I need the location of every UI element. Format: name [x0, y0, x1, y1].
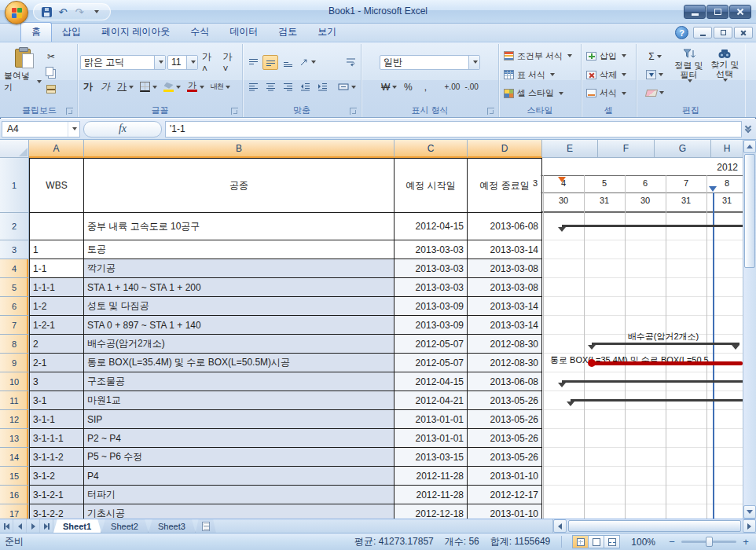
cell-A1[interactable]: WBS	[29, 158, 84, 213]
row-header-6[interactable]: 6	[0, 297, 29, 316]
last-sheet-button[interactable]	[40, 519, 53, 533]
cell-A17[interactable]: 3-1-2-2	[29, 504, 84, 519]
cell-D5[interactable]: 2013-03-08	[468, 278, 542, 297]
cell-D17[interactable]: 2013-01-10	[468, 504, 542, 519]
underline-button[interactable]: 가	[115, 79, 136, 94]
cell-A11[interactable]: 3-1	[29, 391, 84, 410]
chevron-down-icon[interactable]	[468, 56, 479, 69]
row-header-12[interactable]: 12	[0, 410, 29, 429]
zoom-in-button[interactable]: +	[740, 537, 751, 548]
tab-insert[interactable]: 삽입	[52, 23, 91, 42]
align-center-button[interactable]	[262, 79, 278, 94]
orientation-button[interactable]	[297, 55, 318, 70]
maximize-button[interactable]	[706, 5, 728, 19]
first-sheet-button[interactable]	[0, 519, 13, 533]
percent-format-button[interactable]: %	[400, 79, 416, 94]
tab-data[interactable]: 데이터	[219, 23, 268, 42]
gantt-row-cells[interactable]	[542, 335, 743, 354]
cell-D10[interactable]: 2013-06-08	[468, 372, 542, 391]
workbook-minimize-button[interactable]	[693, 27, 712, 38]
copy-button[interactable]	[43, 65, 59, 80]
select-all-button[interactable]	[0, 140, 29, 158]
gantt-row-cells[interactable]	[542, 391, 743, 410]
chevron-down-icon[interactable]	[154, 56, 165, 69]
gantt-row-cells[interactable]	[542, 448, 743, 467]
sort-filter-button[interactable]: 정렬 및 필터	[671, 46, 707, 104]
row-header-13[interactable]: 13	[0, 429, 29, 448]
row-header-1[interactable]: 1	[0, 158, 29, 213]
clear-button[interactable]	[639, 86, 671, 101]
scroll-up-button[interactable]	[743, 140, 756, 153]
cell-A5[interactable]: 1-1-1	[29, 278, 84, 297]
align-bottom-button[interactable]	[280, 55, 295, 70]
comma-format-button[interactable]: ,	[417, 79, 433, 94]
gantt-row-cells[interactable]	[542, 467, 743, 486]
cell-C6[interactable]: 2013-03-09	[395, 297, 468, 316]
undo-button[interactable]: ↶	[56, 5, 70, 19]
cell-B5[interactable]: STA 1 + 140 ~ STA 1 + 200	[84, 278, 395, 297]
conditional-formatting-button[interactable]: 조건부 서식	[501, 48, 578, 64]
cell-A4[interactable]: 1-1	[29, 259, 84, 278]
scroll-left-button[interactable]	[553, 519, 567, 533]
horizontal-scroll-thumb[interactable]	[568, 520, 741, 532]
cell-B3[interactable]: 토공	[84, 240, 395, 259]
column-header-E[interactable]: E	[542, 140, 598, 158]
gantt-row-cells[interactable]	[542, 278, 743, 297]
cell-D11[interactable]: 2013-05-26	[468, 391, 542, 410]
cell-D6[interactable]: 2013-03-14	[468, 297, 542, 316]
format-cells-button[interactable]: 서식	[584, 85, 633, 101]
cell-C13[interactable]: 2013-01-01	[395, 429, 468, 448]
row-header-7[interactable]: 7	[0, 316, 29, 335]
scroll-down-button[interactable]	[743, 505, 756, 519]
cell-C16[interactable]: 2012-11-28	[395, 486, 468, 504]
increase-decimal-button[interactable]: +.00	[442, 79, 461, 94]
merge-center-button[interactable]	[336, 79, 358, 94]
dialog-launcher-icon[interactable]	[231, 108, 238, 115]
cell-D1[interactable]: 예정 종료일	[468, 158, 542, 213]
cell-B8[interactable]: 배수공(암거2개소)	[84, 335, 395, 354]
row-header-16[interactable]: 16	[0, 486, 29, 504]
cell-C8[interactable]: 2012-05-07	[395, 335, 468, 354]
page-break-view-button[interactable]	[604, 535, 620, 548]
tab-review[interactable]: 검토	[268, 23, 307, 42]
formula-input[interactable]: '1-1	[165, 121, 742, 138]
cell-A12[interactable]: 3-1-1	[29, 410, 84, 429]
column-header-C[interactable]: C	[395, 140, 468, 158]
zoom-level[interactable]: 100%	[631, 537, 655, 548]
column-header-H[interactable]: H	[711, 140, 743, 158]
font-name-combo[interactable]: 맑은 고딕	[80, 55, 166, 70]
align-middle-button[interactable]	[262, 55, 278, 70]
bold-button[interactable]: 가	[80, 79, 96, 94]
cell-B17[interactable]: 기초시공	[84, 504, 395, 519]
cell-B7[interactable]: STA 0 + 897 ~ STA 1 + 140	[84, 316, 395, 335]
cell-D12[interactable]: 2013-05-26	[468, 410, 542, 429]
cell-C12[interactable]: 2013-01-01	[395, 410, 468, 429]
shrink-font-button[interactable]: 가˅	[221, 55, 240, 70]
cell-C5[interactable]: 2013-03-03	[395, 278, 468, 297]
find-select-button[interactable]: 찾기 및 선택	[706, 46, 743, 104]
cell-D14[interactable]: 2013-05-26	[468, 448, 542, 467]
font-size-combo[interactable]: 11	[167, 55, 198, 70]
cell-B14[interactable]: P5 ~ P6 수정	[84, 448, 395, 467]
tab-view[interactable]: 보기	[307, 23, 347, 42]
save-button[interactable]	[39, 5, 53, 19]
gantt-row-cells[interactable]	[542, 504, 743, 519]
cell-B15[interactable]: P4	[84, 467, 395, 486]
fill-color-button[interactable]	[161, 79, 183, 94]
cell-C2[interactable]: 2012-04-15	[395, 213, 468, 240]
delete-cells-button[interactable]: 삭제	[584, 67, 633, 83]
paste-button[interactable]: 붙여넣기	[4, 46, 42, 104]
cell-D9[interactable]: 2012-08-30	[468, 354, 542, 372]
row-header-15[interactable]: 15	[0, 467, 29, 486]
previous-sheet-button[interactable]	[13, 519, 27, 533]
row-header-9[interactable]: 9	[0, 354, 29, 372]
row-header-17[interactable]: 17	[0, 504, 29, 519]
horizontal-scrollbar[interactable]	[552, 519, 756, 533]
number-format-combo[interactable]: 일반	[380, 55, 480, 70]
cell-B12[interactable]: SIP	[84, 410, 395, 429]
align-left-button[interactable]	[245, 79, 261, 94]
gantt-row-cells[interactable]	[542, 240, 743, 259]
format-as-table-button[interactable]: 표 서식	[501, 67, 578, 83]
qat-customize-button[interactable]	[89, 5, 103, 19]
insert-cells-button[interactable]: 삽입	[584, 48, 633, 64]
